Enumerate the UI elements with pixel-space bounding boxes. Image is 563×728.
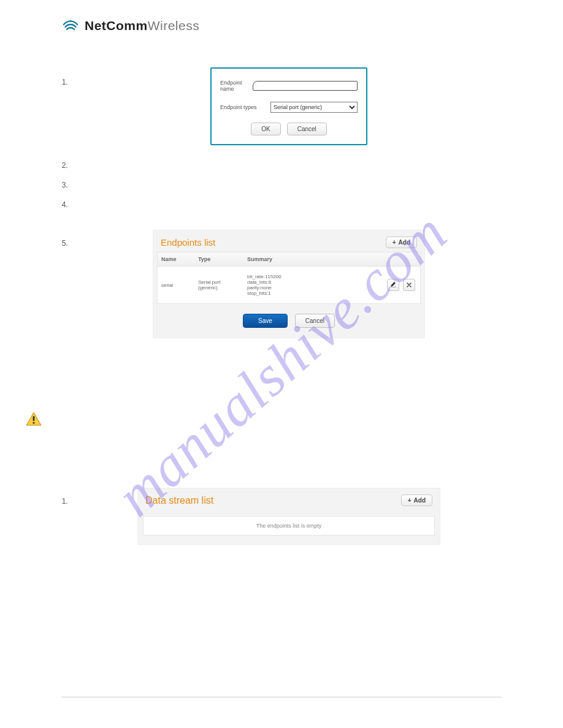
cell-actions <box>383 267 420 303</box>
close-icon <box>407 282 412 289</box>
add-endpoint-button[interactable]: + Add <box>386 237 417 248</box>
brand-logo: NetCommWireless <box>61 18 502 33</box>
delete-button[interactable] <box>403 279 415 291</box>
endpoint-types-select[interactable]: Serial port (generic) <box>270 102 358 113</box>
pencil-icon <box>390 281 396 289</box>
brand-light: Wireless <box>148 18 200 32</box>
table-row: serial Serial port (generic) bit_rate:11… <box>158 267 420 303</box>
col-summary: Summary <box>243 252 383 266</box>
footer-rule <box>61 697 502 697</box>
col-name: Name <box>158 252 194 266</box>
warning-icon <box>26 412 502 427</box>
ok-button[interactable]: OK <box>251 123 280 135</box>
step-item <box>70 181 502 189</box>
step-item: Endpoints list + Add Name Type Summary s… <box>70 230 502 338</box>
plus-icon: + <box>393 239 396 246</box>
cell-summary: bit_rate:115200 data_bits:8 parity:none … <box>243 267 383 303</box>
step-item <box>70 161 502 170</box>
endpoints-list-title: Endpoints list <box>161 237 215 248</box>
steps-list-b: Data stream list + Add The endpoints lis… <box>70 488 502 545</box>
step-item <box>70 200 502 209</box>
table-header: Name Type Summary <box>158 252 420 267</box>
add-label: Add <box>414 497 426 504</box>
col-actions <box>383 252 420 266</box>
cell-name: serial <box>158 267 194 303</box>
endpoint-modal: Endpoint name Endpoint types Serial port… <box>210 67 367 145</box>
steps-list-a: Endpoint name Endpoint types Serial port… <box>70 67 502 338</box>
endpoints-table: Name Type Summary serial Serial port (ge… <box>157 252 421 304</box>
data-stream-title: Data stream list <box>145 495 213 506</box>
endpoint-name-input[interactable] <box>253 81 358 91</box>
edit-button[interactable] <box>387 279 399 291</box>
cancel-button[interactable]: Cancel <box>295 314 335 328</box>
add-stream-button[interactable]: + Add <box>401 495 432 506</box>
empty-message: The endpoints list is empty <box>143 516 435 536</box>
svg-point-1 <box>33 422 34 423</box>
save-button[interactable]: Save <box>243 314 288 328</box>
data-stream-panel: Data stream list + Add The endpoints lis… <box>137 488 440 545</box>
svg-rect-0 <box>33 416 35 421</box>
cancel-button[interactable]: Cancel <box>287 123 327 135</box>
brand-text: NetCommWireless <box>85 18 199 33</box>
endpoint-name-label: Endpoint name <box>220 80 253 92</box>
add-label: Add <box>399 239 410 246</box>
cell-type: Serial port (generic) <box>194 267 243 303</box>
step-item: Endpoint name Endpoint types Serial port… <box>70 67 502 145</box>
plus-icon: + <box>408 497 412 504</box>
brand-bold: NetComm <box>85 18 148 32</box>
col-type: Type <box>194 252 243 266</box>
wifi-arc-icon <box>61 19 80 32</box>
endpoints-list-panel: Endpoints list + Add Name Type Summary s… <box>153 230 425 338</box>
step-item: Data stream list + Add The endpoints lis… <box>70 488 502 545</box>
endpoint-types-label: Endpoint types <box>220 104 270 110</box>
